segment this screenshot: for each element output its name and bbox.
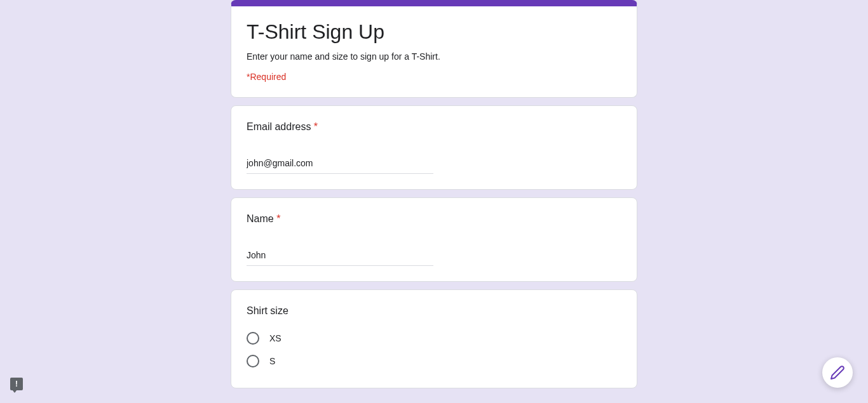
email-question-label: Email address * — [247, 121, 621, 133]
radio-option-xs[interactable]: XS — [247, 327, 621, 350]
email-input[interactable] — [247, 153, 433, 174]
name-required-asterisk: * — [276, 213, 280, 224]
form-container: T-Shirt Sign Up Enter your name and size… — [231, 0, 637, 388]
header-card: T-Shirt Sign Up Enter your name and size… — [231, 0, 637, 98]
name-question-card: Name * — [231, 197, 637, 282]
form-description: Enter your name and size to sign up for … — [247, 51, 621, 62]
name-question-label: Name * — [247, 213, 621, 225]
pencil-icon — [830, 365, 845, 380]
name-label-text: Name — [247, 213, 274, 224]
email-question-card: Email address * — [231, 105, 637, 190]
radio-circle-icon — [247, 332, 259, 345]
radio-label-s: S — [269, 356, 275, 366]
email-required-asterisk: * — [314, 121, 318, 132]
feedback-button[interactable] — [10, 378, 23, 390]
shirt-size-radio-group: XS S — [247, 327, 621, 373]
shirt-size-question-label: Shirt size — [247, 305, 621, 317]
name-input[interactable] — [247, 245, 433, 266]
required-note: *Required — [247, 72, 621, 82]
radio-circle-icon — [247, 355, 259, 367]
email-label-text: Email address — [247, 121, 311, 132]
shirt-size-question-card: Shirt size XS S — [231, 289, 637, 388]
radio-label-xs: XS — [269, 333, 281, 343]
radio-option-s[interactable]: S — [247, 350, 621, 373]
form-title: T-Shirt Sign Up — [247, 20, 621, 44]
edit-form-fab[interactable] — [822, 357, 853, 388]
